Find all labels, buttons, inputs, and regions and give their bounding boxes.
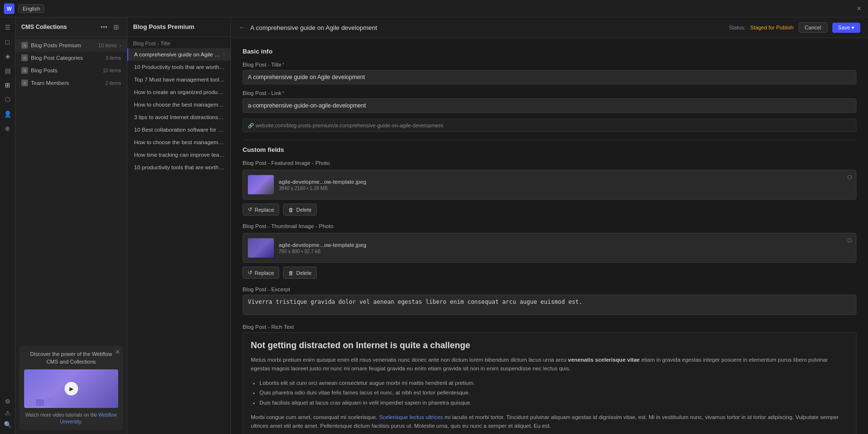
rich-text-list-item: Duis facilisis aliquet at lacus cras ali…	[259, 398, 848, 408]
posts-list: Blog Post - Title A comprehensive guide …	[127, 37, 231, 434]
collection-name: Blog Post Categories	[31, 55, 103, 61]
post-item-text: How time tracking can improve team ...	[134, 152, 225, 158]
thumbnail-image-actions: ↺ Replace 🗑 Delete	[243, 267, 856, 279]
cms-panel: CMS Collections ••• ⊞ ⊞ Blog Posts Premi…	[15, 17, 127, 434]
sidebar-members-icon[interactable]: 👤	[2, 108, 14, 120]
sidebar-assets-icon[interactable]: ▤	[2, 65, 14, 76]
cancel-button[interactable]: Cancel	[799, 22, 827, 33]
rich-text-label: Blog Post - Rich Text	[243, 324, 856, 330]
collection-icon: ⊞	[21, 80, 28, 86]
detail-content: Basic info Blog Post - Title * Blog Post…	[231, 38, 868, 434]
close-button[interactable]: ×	[854, 3, 864, 14]
rich-text-link[interactable]: Scelerisque lectus ultrices	[379, 414, 443, 420]
post-chevron-icon: ›	[223, 52, 225, 57]
tutorial-card: ✕ Discover the power of the Webflow CMS …	[19, 346, 123, 430]
excerpt-input[interactable]: Viverra tristique gravida dolor vel aene…	[243, 295, 856, 315]
collection-name: Team Members	[31, 80, 103, 86]
sidebar-pages-icon[interactable]: ☰	[2, 21, 14, 33]
topbar-actions: ×	[854, 3, 864, 14]
rich-text-paragraph2: Morbi congue cum amet, consequat mi scel…	[251, 413, 848, 431]
collection-count: 3 items	[106, 55, 121, 61]
rich-text-list-item: Quis pharetra odio duis vitae felis fame…	[259, 388, 848, 398]
post-item-text: 10 productivity tools that are worth c..…	[134, 164, 225, 170]
sidebar-ecomm-icon[interactable]: ⬡	[2, 94, 14, 105]
rich-text-paragraph1: Metus morbi pretium enim quisque enim el…	[251, 355, 848, 373]
sidebar-components-icon[interactable]: ◻	[2, 36, 14, 47]
custom-fields-title: Custom fields	[243, 146, 856, 153]
detail-header: ← A comprehensive guide on Agile develop…	[231, 17, 868, 38]
collection-icon: ⊞	[21, 67, 28, 74]
icon-sidebar: ☰ ◻ ◈ ▤ ⊞ ⬡ 👤 ⊕ ⚙ ⚠ 🔍	[0, 17, 15, 434]
sidebar-search-icon[interactable]: 🔍	[2, 419, 14, 430]
sidebar-apps-icon[interactable]: ⊕	[2, 122, 14, 134]
thumbnail-image-card: agile-developme...ow-template.jpeg 760 x…	[243, 233, 856, 263]
status-value[interactable]: Staged for Publish	[750, 25, 794, 30]
thumbnail-image-expand-icon[interactable]: ⬡	[847, 237, 852, 244]
post-list-item[interactable]: 10 Best collaboration software for you..…	[127, 123, 231, 136]
post-item-text: How to choose the best management...	[134, 139, 225, 145]
thumbnail-image-replace-button[interactable]: ↺ Replace	[243, 267, 279, 279]
url-preview: 🔗 website.com/blog-posts-premium/a-compr…	[243, 119, 856, 132]
thumbnail-image-meta: 760 x 800 • 92.7 kB	[279, 249, 851, 254]
post-list-item[interactable]: 10 Productivity tools that are worth c..…	[127, 61, 231, 73]
status-label: Status:	[729, 25, 745, 30]
sidebar-warning-icon[interactable]: ⚠	[2, 407, 14, 419]
replace-icon: ↺	[248, 206, 252, 213]
cms-collection-item[interactable]: ⊞ Team Members 2 items	[15, 77, 127, 89]
cms-add-button[interactable]: ⊞	[111, 22, 121, 32]
sidebar-cms-icon[interactable]: ⊞	[2, 79, 14, 91]
divider	[243, 140, 856, 140]
thumbnail-image-label: Blog Post - Thumbnail Image - Photo	[243, 223, 856, 229]
collection-count: 2 items	[106, 81, 121, 86]
sidebar-settings-icon[interactable]: ⚙	[2, 395, 14, 407]
featured-image-delete-button[interactable]: 🗑 Delete	[283, 203, 317, 216]
cms-collection-item[interactable]: ⊞ Blog Posts Premium 10 items ›	[15, 39, 127, 52]
collection-count: 10 items	[103, 68, 121, 73]
sidebar-styles-icon[interactable]: ◈	[2, 50, 14, 62]
post-list-item[interactable]: 10 productivity tools that are worth c..…	[127, 161, 231, 174]
cms-panel-header: CMS Collections ••• ⊞	[15, 17, 127, 37]
language-selector[interactable]: English	[18, 4, 44, 13]
post-list-item[interactable]: A comprehensive guide on Agile deve... ›	[127, 48, 231, 61]
tutorial-close-button[interactable]: ✕	[115, 349, 120, 355]
back-button[interactable]: ←	[239, 24, 245, 31]
cms-more-button[interactable]: •••	[98, 22, 109, 32]
main-layout: ☰ ◻ ◈ ▤ ⊞ ⬡ 👤 ⊕ ⚙ ⚠ 🔍 CMS Collections ••…	[0, 17, 868, 434]
cms-collection-item[interactable]: ⊞ Blog Posts 10 items	[15, 64, 127, 77]
url-icon: 🔗	[248, 123, 254, 128]
tutorial-video[interactable]: ▶	[24, 369, 118, 408]
featured-image-label: Blog Post - Featured Image - Photo	[243, 160, 856, 166]
bold-text: venenatis scelerisque vitae	[568, 357, 640, 363]
posts-panel: Blog Posts Premium Blog Post - Title A c…	[127, 17, 231, 434]
tutorial-title: Discover the power of the Webflow CMS an…	[24, 351, 118, 366]
rich-text-list: Lobortis elit sit cum orci aenean consec…	[251, 378, 848, 408]
replace-icon-2: ↺	[248, 270, 252, 276]
thumbnail-image-filename: agile-developme...ow-template.jpeg	[279, 242, 851, 248]
collection-name: Blog Posts Premium	[31, 42, 95, 48]
post-list-item[interactable]: How to create an organized productiv...	[127, 86, 231, 98]
post-list-item[interactable]: How to choose the best management...	[127, 136, 231, 149]
post-item-text: A comprehensive guide on Agile deve...	[134, 52, 221, 57]
detail-panel: ← A comprehensive guide on Agile develop…	[231, 17, 868, 434]
link-field-label: Blog Post - Link *	[243, 90, 856, 96]
thumbnail-image-delete-button[interactable]: 🗑 Delete	[283, 267, 317, 279]
post-list-item[interactable]: Top 7 Must have management tools f...	[127, 73, 231, 86]
featured-image-expand-icon[interactable]: ⬡	[847, 174, 852, 180]
play-button[interactable]: ▶	[65, 382, 78, 395]
tutorial-footer: Watch more video tutorials on the Webflo…	[24, 412, 118, 425]
save-button[interactable]: Save ▾	[832, 23, 860, 33]
cms-collection-item[interactable]: ⊞ Blog Post Categories 3 items	[15, 52, 127, 64]
post-item-text: 10 Best collaboration software for you..…	[134, 127, 225, 133]
featured-image-replace-button[interactable]: ↺ Replace	[243, 203, 279, 216]
featured-image-actions: ↺ Replace 🗑 Delete	[243, 203, 856, 216]
title-input[interactable]	[243, 70, 856, 84]
post-list-item[interactable]: How to choose the best management...	[127, 98, 231, 111]
post-item-text: Top 7 Must have management tools f...	[134, 77, 225, 82]
delete-icon: 🗑	[288, 207, 294, 213]
post-list-item[interactable]: 3 tips to avoid Internet distractions at…	[127, 111, 231, 123]
topbar: W English ×	[0, 0, 868, 17]
collection-icon: ⊞	[21, 42, 28, 49]
post-list-item[interactable]: How time tracking can improve team ...	[127, 149, 231, 161]
collection-count: 10 items	[98, 43, 117, 48]
link-input[interactable]	[243, 98, 856, 113]
